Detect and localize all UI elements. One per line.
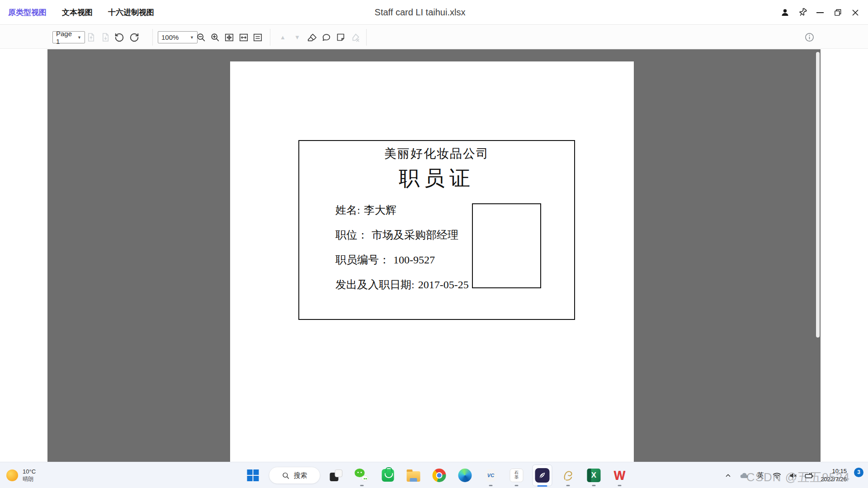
chevron-up-icon xyxy=(725,472,731,479)
delete-annotation-icon xyxy=(350,33,360,42)
highlight-button[interactable] xyxy=(306,31,318,43)
person-icon xyxy=(780,8,790,17)
taskbar-app-file-viewer-active[interactable] xyxy=(533,463,552,488)
running-indicator xyxy=(592,485,596,486)
fit-width-icon xyxy=(239,33,249,42)
field-label: 职员编号： xyxy=(335,254,390,266)
viewer-toolbar: Page 1 ▼ 100% ▼ xyxy=(0,25,868,49)
shimo-chars: 石墨 xyxy=(514,471,519,480)
prev-annotation-button[interactable]: ▲ xyxy=(277,31,289,43)
running-indicator xyxy=(515,485,519,486)
pin-button[interactable] xyxy=(797,7,808,18)
card-title: 职员证 xyxy=(299,164,574,192)
fit-page-button[interactable] xyxy=(223,31,235,43)
info-button[interactable] xyxy=(803,31,816,43)
viewer-area: 美丽好化妆品公司 职员证 姓名:李大辉 职位：市场及采购部经理 职员编号：100… xyxy=(0,49,868,462)
wps-icon: W xyxy=(614,469,625,482)
rotate-right-button[interactable] xyxy=(128,31,140,43)
edge-icon xyxy=(458,469,472,482)
card-fields: 姓名:李大辉 职位：市场及采购部经理 职员编号：100-9527 发出及入职日期… xyxy=(335,203,469,303)
start-button[interactable] xyxy=(243,463,263,488)
taskbar-app-shimo[interactable]: 石墨 xyxy=(507,463,527,488)
field-position: 职位：市场及采购部经理 xyxy=(335,228,469,242)
tab-hex-view[interactable]: 十六进制视图 xyxy=(108,7,154,18)
document-canvas: 美丽好化妆品公司 职员证 姓名:李大辉 职位：市场及采购部经理 职员编号：100… xyxy=(47,49,821,462)
field-label: 职位： xyxy=(335,229,368,241)
restore-icon xyxy=(834,8,842,17)
task-view-icon xyxy=(330,469,343,482)
weather-widget[interactable]: 10°C 晴朗 xyxy=(6,462,36,488)
minimize-button[interactable] xyxy=(815,7,826,18)
view-tabs: 原类型视图 文本视图 十六进制视图 xyxy=(8,0,154,25)
triangle-down-icon: ▼ xyxy=(294,34,300,40)
zoom-select-value: 100% xyxy=(161,33,179,41)
prev-page-button[interactable] xyxy=(85,31,97,43)
company-name: 美丽好化妆品公司 xyxy=(299,145,574,162)
taskbar-app-excel[interactable]: X xyxy=(584,463,604,488)
zoom-in-button[interactable] xyxy=(209,31,221,43)
note-icon xyxy=(336,33,345,42)
taskbar-search[interactable]: 搜索 xyxy=(269,467,321,484)
rotate-right-icon xyxy=(129,33,139,42)
file-viewer-icon xyxy=(535,468,550,483)
taskbar-app-file-explorer[interactable] xyxy=(404,463,424,488)
close-icon xyxy=(851,9,859,17)
page-select[interactable]: Page 1 ▼ xyxy=(52,31,85,43)
running-indicator xyxy=(566,485,570,486)
excel-letter: X xyxy=(591,471,596,480)
taskbar-app-navicat[interactable] xyxy=(558,463,578,488)
fit-width-button[interactable] xyxy=(237,31,250,43)
field-value: 2017-05-25 xyxy=(418,279,469,291)
navicat-icon xyxy=(561,469,575,482)
staff-card: 美丽好化妆品公司 职员证 姓名:李大辉 职位：市场及采购部经理 职员编号：100… xyxy=(298,140,575,320)
tab-original-view[interactable]: 原类型视图 xyxy=(8,7,47,18)
fit-page-icon xyxy=(224,33,234,42)
info-icon xyxy=(804,32,815,42)
shimo-icon: 石墨 xyxy=(510,469,524,482)
tray-chevron-button[interactable] xyxy=(723,470,733,480)
taskbar-app-wechat[interactable] xyxy=(352,463,372,488)
field-issue-date: 发出及入职日期:2017-05-25 xyxy=(335,278,469,291)
taskbar-app-task-view[interactable] xyxy=(326,463,346,488)
rotate-left-button[interactable] xyxy=(113,31,125,43)
taskbar-app-store[interactable] xyxy=(378,463,398,488)
notification-badge[interactable]: 3 xyxy=(854,468,863,477)
taskbar-app-dock: 搜索 VC xyxy=(243,462,630,488)
vertical-scrollbar[interactable] xyxy=(816,52,820,338)
running-indicator-active xyxy=(538,485,547,487)
veracrypt-letters: VC xyxy=(487,473,494,478)
restore-button[interactable] xyxy=(832,7,843,18)
weather-condition: 晴朗 xyxy=(23,476,36,483)
zoom-out-button[interactable] xyxy=(195,31,207,43)
comment-button[interactable] xyxy=(320,31,332,43)
taskbar-app-chrome[interactable] xyxy=(429,463,449,488)
next-annotation-button[interactable]: ▼ xyxy=(291,31,303,43)
taskbar-app-edge[interactable] xyxy=(455,463,475,488)
field-value: 市场及采购部经理 xyxy=(372,229,458,241)
running-indicator xyxy=(489,485,493,486)
field-name: 姓名:李大辉 xyxy=(335,203,469,217)
dropdown-arrow-icon: ▼ xyxy=(190,35,194,40)
weather-text: 10°C 晴朗 xyxy=(23,468,36,483)
delete-annotation-button[interactable] xyxy=(349,31,361,43)
field-label: 姓名: xyxy=(335,204,360,216)
close-button[interactable] xyxy=(850,7,861,18)
window-title: Staff card LI taihui.xlsx xyxy=(375,0,466,25)
toolbar-separator xyxy=(366,29,367,46)
running-indicator xyxy=(360,485,364,486)
document-page: 美丽好化妆品公司 职员证 姓名:李大辉 职位：市场及采购部经理 职员编号：100… xyxy=(230,61,634,462)
zoom-select[interactable]: 100% ▼ xyxy=(158,31,198,43)
next-page-button[interactable] xyxy=(99,31,112,43)
rotate-left-icon xyxy=(114,33,124,42)
tab-text-view[interactable]: 文本视图 xyxy=(62,7,93,18)
account-button[interactable] xyxy=(779,7,790,18)
page-up-icon xyxy=(87,33,95,42)
taskbar-app-wps[interactable]: W xyxy=(610,463,630,488)
chrome-icon xyxy=(433,469,446,482)
fit-height-icon xyxy=(253,33,263,42)
field-label: 发出及入职日期: xyxy=(335,279,415,291)
note-button[interactable] xyxy=(335,31,347,43)
windows-start-icon xyxy=(247,469,259,481)
fit-height-button[interactable] xyxy=(251,31,264,43)
taskbar-app-veracrypt[interactable]: VC xyxy=(481,463,501,488)
